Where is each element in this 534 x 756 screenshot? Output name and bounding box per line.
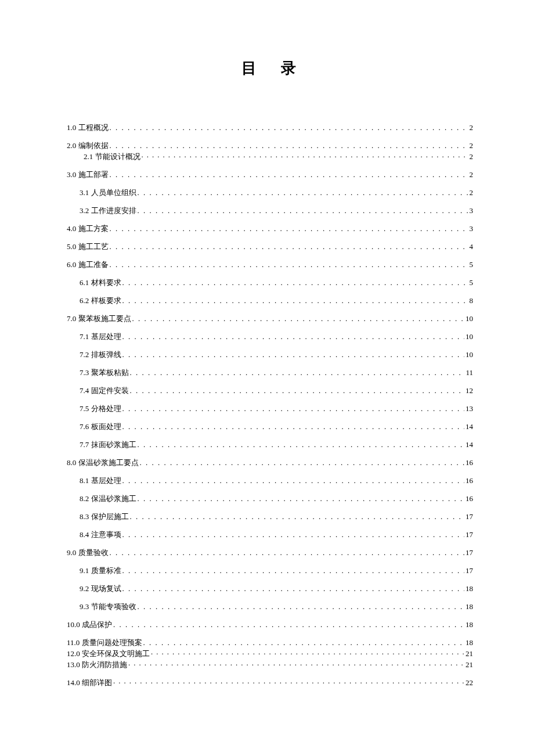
toc-label: 8.1 基层处理 — [80, 477, 121, 484]
toc-entry: 7.6 板面处理. . . . . . . . . . . . . . . . … — [67, 423, 473, 430]
toc-page: 14 — [464, 441, 473, 448]
toc-leader: ········································… — [127, 661, 464, 668]
toc-entry: 8.1 基层处理. . . . . . . . . . . . . . . . … — [67, 477, 473, 484]
toc-entry: 9.1 质量标准. . . . . . . . . . . . . . . . … — [67, 567, 473, 574]
toc-entry: 5.0 施工工艺. . . . . . . . . . . . . . . . … — [67, 243, 473, 250]
toc-leader: . . . . . . . . . . . . . . . . . . . . … — [121, 351, 465, 358]
toc-label: 8.4 注意事项 — [80, 531, 121, 538]
toc-label: 13.0 防火消防措施 — [67, 661, 127, 668]
toc-entry: 3.1 人员单位组织. . . . . . . . . . . . . . . … — [67, 189, 473, 196]
toc-label: 4.0 施工方案 — [67, 225, 109, 232]
toc-label: 6.1 材料要求 — [80, 279, 121, 286]
toc-leader: . . . . . . . . . . . . . . . . . . . . … — [136, 441, 465, 448]
toc-label: 7.4 固定件安装 — [80, 387, 129, 394]
page-title: 目 录 — [67, 58, 473, 78]
toc-leader: . . . . . . . . . . . . . . . . . . . . … — [121, 279, 468, 286]
toc-page: 18 — [464, 585, 473, 592]
toc-leader: . . . . . . . . . . . . . . . . . . . . … — [121, 405, 465, 412]
toc-leader: . . . . . . . . . . . . . . . . . . . . … — [139, 459, 465, 466]
toc-page: 18 — [464, 603, 473, 610]
toc-page: 18 — [464, 621, 473, 628]
toc-label: 3.2 工作进度安排 — [80, 207, 136, 214]
toc-leader: . . . . . . . . . . . . . . . . . . . . … — [129, 513, 465, 520]
toc-leader: . . . . . . . . . . . . . . . . . . . . … — [112, 621, 464, 628]
toc-label: 3.0 施工部署 — [67, 171, 109, 178]
toc-page: 16 — [464, 495, 473, 502]
toc-label: 12.0 安全环保及文明施工 — [67, 650, 150, 657]
toc-label: 8.0 保温砂浆施工要点 — [67, 459, 139, 466]
toc-label: 8.2 保温砂浆施工 — [80, 495, 136, 502]
toc-entry: 2.0 编制依据. . . . . . . . . . . . . . . . … — [67, 142, 473, 149]
toc-entry: 7.1 基层处理. . . . . . . . . . . . . . . . … — [67, 333, 473, 340]
toc-entry: 8.0 保温砂浆施工要点. . . . . . . . . . . . . . … — [67, 459, 473, 466]
toc-page: 21 — [464, 650, 473, 657]
toc-leader: . . . . . . . . . . . . . . . . . . . . … — [121, 423, 465, 430]
toc-label: 7.1 基层处理 — [80, 333, 121, 340]
toc-label: 2.0 编制依据 — [67, 142, 109, 149]
toc-page: 8 — [468, 297, 474, 304]
toc-entry: 1.0 工程概况. . . . . . . . . . . . . . . . … — [67, 124, 473, 131]
toc-entry: 7.3 聚苯板粘贴. . . . . . . . . . . . . . . .… — [67, 369, 473, 376]
toc-leader: . . . . . . . . . . . . . . . . . . . . … — [109, 142, 468, 149]
toc-page: 16 — [464, 477, 473, 484]
toc-leader: . . . . . . . . . . . . . . . . . . . . … — [109, 261, 468, 268]
toc-label: 9.1 质量标准 — [80, 567, 121, 574]
table-of-contents: 1.0 工程概况. . . . . . . . . . . . . . . . … — [67, 124, 473, 686]
toc-page: 2 — [468, 171, 474, 178]
toc-label: 9.0 质量验收 — [67, 549, 109, 556]
toc-entry: 7.2 排板弹线. . . . . . . . . . . . . . . . … — [67, 351, 473, 358]
toc-page: 14 — [464, 423, 473, 430]
toc-label: 7.3 聚苯板粘贴 — [80, 369, 129, 376]
toc-leader: . . . . . . . . . . . . . . . . . . . . … — [109, 549, 465, 556]
toc-entry: 7.7 抹面砂浆施工. . . . . . . . . . . . . . . … — [67, 441, 473, 448]
toc-entry: 9.3 节能专项验收. . . . . . . . . . . . . . . … — [67, 603, 473, 610]
toc-page: 10 — [464, 315, 473, 322]
toc-label: 7.5 分格处理 — [80, 405, 121, 412]
toc-label: 6.2 样板要求 — [80, 297, 121, 304]
toc-leader: . . . . . . . . . . . . . . . . . . . . … — [121, 531, 465, 538]
toc-label: 7.0 聚苯板施工要点 — [67, 315, 131, 322]
toc-leader: . . . . . . . . . . . . . . . . . . . . … — [142, 639, 464, 646]
toc-entry: 6.1 材料要求. . . . . . . . . . . . . . . . … — [67, 279, 473, 286]
toc-entry: 2.1 节能设计概况······························… — [67, 153, 473, 160]
toc-entry: 11.0 质量问题处理预案. . . . . . . . . . . . . .… — [67, 639, 473, 646]
toc-entry: 12.0 安全环保及文明施工··························… — [67, 650, 473, 657]
toc-leader: . . . . . . . . . . . . . . . . . . . . … — [121, 297, 468, 304]
toc-page: 5 — [468, 261, 474, 268]
toc-entry: 8.4 注意事项. . . . . . . . . . . . . . . . … — [67, 531, 473, 538]
toc-page: 12 — [464, 387, 473, 394]
toc-page: 2 — [468, 124, 474, 131]
toc-label: 10.0 成品保护 — [67, 621, 112, 628]
toc-leader: . . . . . . . . . . . . . . . . . . . . … — [129, 387, 465, 394]
toc-leader: . . . . . . . . . . . . . . . . . . . . … — [121, 333, 465, 340]
toc-entry: 10.0 成品保护. . . . . . . . . . . . . . . .… — [67, 621, 473, 628]
toc-entry: 13.0 防火消防措施·····························… — [67, 661, 473, 668]
toc-label: 2.1 节能设计概况 — [84, 153, 140, 160]
toc-entry: 7.5 分格处理. . . . . . . . . . . . . . . . … — [67, 405, 473, 412]
toc-label: 6.0 施工准备 — [67, 261, 109, 268]
toc-entry: 4.0 施工方案. . . . . . . . . . . . . . . . … — [67, 225, 473, 232]
toc-leader: . . . . . . . . . . . . . . . . . . . . … — [121, 477, 465, 484]
toc-label: 7.6 板面处理 — [80, 423, 121, 430]
toc-page: 17 — [464, 531, 473, 538]
toc-leader: . . . . . . . . . . . . . . . . . . . . … — [121, 585, 465, 592]
toc-entry: 6.0 施工准备. . . . . . . . . . . . . . . . … — [67, 261, 473, 268]
toc-entry: 9.0 质量验收. . . . . . . . . . . . . . . . … — [67, 549, 473, 556]
toc-label: 8.3 保护层施工 — [80, 513, 129, 520]
toc-page: 2 — [468, 142, 474, 149]
toc-label: 9.2 现场复试 — [80, 585, 121, 592]
toc-label: 7.7 抹面砂浆施工 — [80, 441, 136, 448]
toc-leader: . . . . . . . . . . . . . . . . . . . . … — [109, 171, 468, 178]
toc-leader: ········································… — [140, 153, 468, 160]
toc-page: 2 — [468, 153, 474, 160]
toc-leader: . . . . . . . . . . . . . . . . . . . . … — [109, 124, 468, 131]
toc-leader: . . . . . . . . . . . . . . . . . . . . … — [131, 315, 465, 322]
toc-leader: . . . . . . . . . . . . . . . . . . . . … — [129, 369, 465, 376]
toc-leader: . . . . . . . . . . . . . . . . . . . . … — [136, 207, 468, 214]
toc-entry: 14.0 细部详图·······························… — [67, 679, 473, 686]
toc-entry: 3.0 施工部署. . . . . . . . . . . . . . . . … — [67, 171, 473, 178]
toc-leader: . . . . . . . . . . . . . . . . . . . . … — [136, 495, 465, 502]
toc-page: 17 — [464, 549, 473, 556]
toc-label: 7.2 排板弹线 — [80, 351, 121, 358]
toc-entry: 6.2 样板要求. . . . . . . . . . . . . . . . … — [67, 297, 473, 304]
